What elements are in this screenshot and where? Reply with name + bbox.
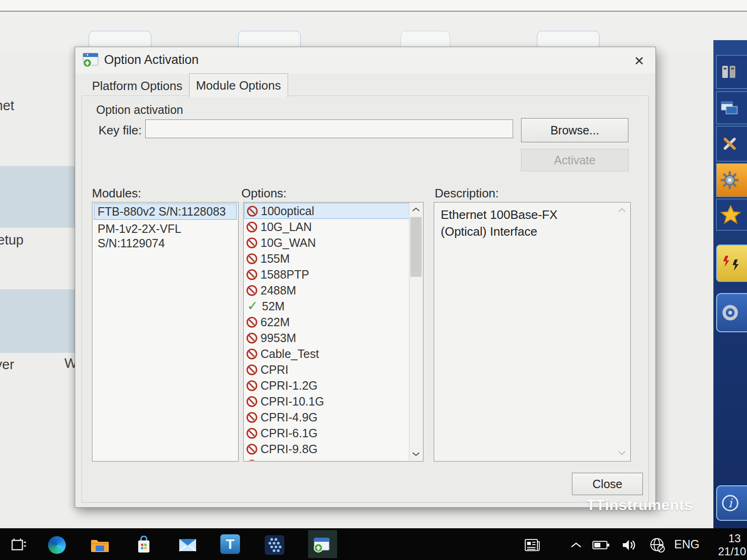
module-item[interactable]: PM-1v2-2X-VFLS/N:1129074 [94, 221, 237, 252]
option-row[interactable]: CPRI-1.2G [244, 378, 409, 393]
speaker-icon [621, 538, 637, 553]
tab-platform-options[interactable]: Platform Options [85, 75, 189, 97]
sidebar-item-info[interactable]: i [716, 485, 747, 521]
taskbar-item-browser[interactable] [47, 535, 67, 555]
sidebar-item-settings-active[interactable] [716, 163, 747, 197]
app-window-icon [83, 53, 99, 70]
option-row[interactable]: 10G_LAN [244, 219, 409, 235]
locked-icon [247, 222, 257, 232]
taskbar-item-store[interactable] [134, 535, 154, 555]
tray-show-hidden-icons[interactable] [566, 535, 586, 555]
option-row[interactable]: CPRI [244, 362, 409, 378]
mail-icon [178, 538, 197, 552]
locked-icon [247, 269, 257, 280]
scroll-up-button[interactable] [409, 203, 423, 216]
locked-icon [247, 253, 257, 264]
tray-battery[interactable] [591, 535, 612, 555]
gear-icon [720, 171, 739, 189]
store-bag-icon [135, 536, 152, 554]
option-row[interactable]: 9953M [244, 330, 409, 346]
signal-arrows-icon [721, 255, 740, 272]
chevron-up-icon [570, 541, 583, 549]
taskbar-item-option-activation-active[interactable] [312, 535, 332, 555]
option-label: 52M [262, 300, 285, 313]
taskbar-item-file-explorer[interactable] [90, 535, 110, 555]
option-label: 10G_LAN [261, 220, 312, 234]
sidebar-item-favorites[interactable] [716, 199, 747, 231]
sidebar-item-modules[interactable] [716, 55, 747, 89]
locked-icon [247, 444, 257, 455]
option-row[interactable]: 2488M [244, 282, 409, 298]
browse-button[interactable]: Browse... [521, 118, 628, 142]
description-text: Ethernet 100Base-FX (Optical) Interface [441, 206, 595, 240]
taskbar: T ENG 13 21/10 [0, 528, 747, 560]
browser-icon [48, 536, 66, 554]
tray-clock[interactable]: 13 21/10 [718, 531, 747, 559]
option-label: 2488M [261, 284, 296, 297]
option-row[interactable]: 155M [244, 251, 409, 266]
option-row[interactable]: CPRI-10.1G [244, 393, 409, 409]
locked-icon [247, 396, 257, 407]
locked-icon [247, 206, 258, 217]
options-scrollbar[interactable] [409, 203, 423, 461]
option-label: Cable_Test [261, 347, 319, 361]
option-row[interactable]: 622M [244, 314, 409, 330]
key-file-input[interactable] [145, 119, 513, 138]
options-label: Options: [241, 186, 287, 201]
tab-module-options[interactable]: Module Options [189, 73, 288, 97]
option-row[interactable]: Cable_Test [244, 346, 409, 362]
option-label: CPRI-ALU-RRHs [261, 458, 350, 461]
tray-news-item[interactable] [522, 535, 543, 555]
close-button[interactable]: Close [572, 473, 643, 495]
taskbar-item-dots-app[interactable] [264, 535, 285, 555]
tray-volume[interactable] [619, 535, 640, 555]
check-icon: ✓ [247, 300, 259, 313]
option-row[interactable]: ✓52M [244, 298, 409, 314]
background-band [0, 166, 79, 228]
activate-button-disabled[interactable]: Activate [521, 149, 628, 171]
options-list[interactable]: 100optical10G_LAN10G_WAN155M1588PTP2488M… [244, 203, 409, 461]
chevron-up-icon[interactable] [617, 206, 627, 215]
scrollbar-thumb[interactable] [410, 217, 422, 277]
option-row[interactable]: 10G_WAN [244, 235, 409, 251]
taskbar-item[interactable] [8, 535, 29, 555]
power-icon [721, 303, 740, 322]
taskbar-item-t-app[interactable]: T [220, 534, 240, 554]
option-row[interactable]: CPRI-4.9G [244, 409, 409, 425]
background-band [0, 289, 79, 353]
option-label: 10G_WAN [261, 236, 316, 250]
option-label: 9953M [261, 331, 296, 345]
sidebar-item-system[interactable] [716, 91, 747, 124]
tools-icon [720, 135, 738, 153]
dialog-titlebar[interactable]: Option Activation ✕ [75, 47, 655, 73]
watermark: TTinstruments [586, 497, 693, 514]
app-window-icon [314, 538, 331, 553]
taskbar-item-mail[interactable] [177, 535, 198, 555]
tray-network[interactable] [647, 535, 668, 555]
option-row[interactable]: CPRI-9.8G [244, 441, 409, 457]
option-row[interactable]: CPRI-6.1G [244, 425, 409, 441]
tray-language[interactable]: ENG [674, 538, 699, 551]
group-label: Option activation [96, 103, 183, 117]
module-label: FTB-880v2 S/N:1128083 [98, 204, 233, 219]
modules-list[interactable]: FTB-880v2 S/N:1128083PM-1v2-2X-VFLS/N:11… [92, 202, 239, 462]
chevron-down-icon[interactable] [617, 449, 627, 457]
sidebar-item-power[interactable] [716, 293, 747, 332]
option-row[interactable]: 1588PTP [244, 266, 409, 282]
option-label: CPRI [261, 363, 289, 377]
sidebar-item-test-app[interactable] [716, 245, 747, 282]
module-label: PM-1v2-2X-VFL [98, 222, 233, 236]
windows-icon [720, 101, 738, 115]
close-icon[interactable]: ✕ [629, 51, 649, 70]
module-item[interactable]: FTB-880v2 S/N:1128083 [94, 203, 237, 220]
option-row[interactable]: CPRI-ALU-RRHs [244, 457, 409, 461]
background-text-fragment: net [0, 98, 14, 113]
option-row[interactable]: 100optical [244, 203, 409, 219]
option-label: 100optical [261, 204, 314, 218]
monitor-top-strip [0, 0, 747, 12]
sidebar-item-tools[interactable] [716, 126, 747, 161]
option-label: 1588PTP [261, 268, 309, 281]
scroll-down-button[interactable] [409, 448, 423, 461]
option-label: CPRI-1.2G [261, 379, 317, 392]
sidebar: i [713, 40, 747, 528]
